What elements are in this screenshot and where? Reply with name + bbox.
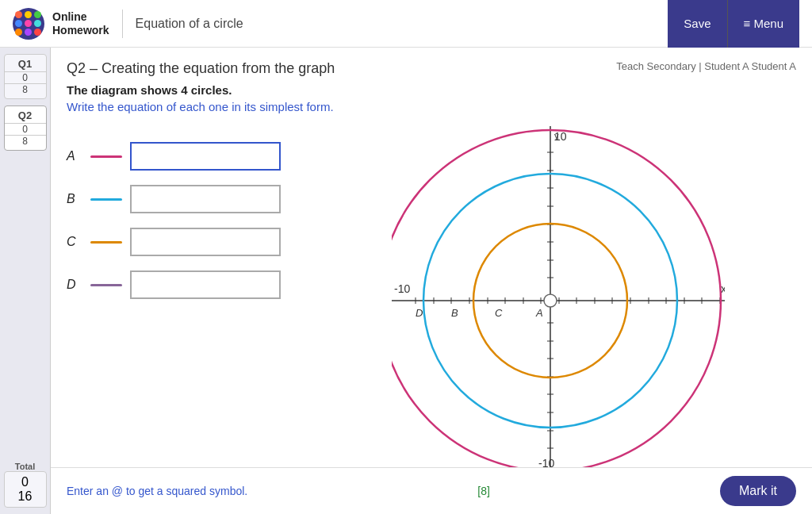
sidebar-q1-label: Q1 — [5, 58, 46, 70]
sidebar-item-q1[interactable]: Q1 0 8 — [4, 54, 47, 99]
logo-dot — [34, 20, 41, 27]
graph-container: 10 y x10 -10 -10 D — [320, 126, 796, 467]
svg-text:A: A — [535, 307, 543, 319]
circle-line-c — [90, 241, 122, 244]
graph-svg: 10 y x10 -10 -10 D — [392, 126, 725, 467]
circle-label-d: D — [67, 278, 82, 292]
page-title: Equation of a circle — [136, 17, 668, 31]
menu-button[interactable]: ≡ Menu — [727, 0, 799, 48]
score-bracket: [8] — [477, 485, 490, 497]
logo-dot — [15, 20, 22, 27]
input-row-d: D — [67, 270, 304, 299]
question-header: Q2 – Creating the equation from the grap… — [67, 60, 796, 77]
logo-dot — [25, 11, 32, 18]
logo-dot — [15, 11, 22, 18]
logo-dot — [34, 29, 41, 36]
input-row-c: C — [67, 228, 304, 256]
sidebar-total: 0 16 — [4, 471, 47, 508]
app-name-line1: Online — [52, 10, 109, 24]
question-title: Q2 – Creating the equation from the grap… — [67, 60, 335, 77]
sidebar-q1-score-top: 0 — [5, 71, 46, 83]
svg-text:D: D — [416, 307, 423, 319]
sidebar: Q1 0 8 Q2 0 8 Total 0 16 — [0, 48, 51, 514]
input-row-a: A — [67, 142, 304, 171]
answer-input-b[interactable] — [130, 185, 281, 213]
total-score-bot: 16 — [5, 489, 46, 504]
circle-label-a: A — [67, 149, 82, 163]
header-divider — [122, 10, 123, 38]
hint-text: Enter an @ to get a squared symbol. — [67, 485, 247, 497]
circle-line-b — [90, 198, 122, 201]
svg-text:B: B — [451, 307, 458, 319]
circle-line-d — [90, 284, 122, 286]
answer-input-a[interactable] — [130, 142, 281, 171]
sub-instructions: Write the equation of each one in its si… — [67, 100, 796, 113]
sidebar-q2-score-top: 0 — [5, 123, 46, 135]
sidebar-item-q2[interactable]: Q2 0 8 — [4, 105, 47, 151]
logo-dot — [25, 20, 32, 27]
sidebar-q1-score-bot: 8 — [5, 83, 46, 95]
logo-dot — [25, 29, 32, 36]
svg-text:-10: -10 — [394, 282, 410, 295]
sidebar-q2-label: Q2 — [5, 109, 46, 121]
svg-point-42 — [544, 294, 557, 307]
app-header: Online Homework Equation of a circle Sav… — [0, 0, 812, 48]
app-name-line2: Homework — [52, 24, 109, 37]
save-button[interactable]: Save — [668, 0, 726, 48]
svg-text:-10: -10 — [538, 457, 554, 467]
circle-label-c: C — [67, 235, 82, 249]
app-logo — [13, 8, 44, 40]
svg-text:C: C — [495, 307, 503, 319]
answer-input-d[interactable] — [130, 270, 281, 299]
student-info: Teach Secondary | Student A Student A — [616, 60, 796, 72]
input-row-b: B — [67, 185, 304, 213]
bottom-bar: Enter an @ to get a squared symbol. [8] … — [51, 467, 812, 514]
svg-text:y: y — [554, 131, 559, 140]
logo-dots — [15, 11, 42, 36]
logo-dot — [15, 29, 22, 36]
instructions: The diagram shows 4 circles. — [67, 83, 796, 97]
circle-label-b: B — [67, 192, 82, 206]
answer-input-c[interactable] — [130, 228, 281, 256]
total-label: Total — [15, 462, 35, 471]
circle-line-a — [90, 155, 122, 158]
question-body: A B C — [67, 126, 796, 467]
total-score-top: 0 — [5, 475, 46, 489]
content-area: Q2 – Creating the equation from the grap… — [51, 48, 812, 467]
mark-it-button[interactable]: Mark it — [720, 476, 796, 506]
inputs-section: A B C — [67, 126, 304, 467]
logo-dot — [34, 11, 41, 18]
app-name: Online Homework — [52, 10, 109, 37]
main-area: Q1 0 8 Q2 0 8 Total 0 16 Q2 – Creating t… — [0, 48, 812, 514]
sidebar-q2-score-bot: 8 — [5, 135, 46, 147]
